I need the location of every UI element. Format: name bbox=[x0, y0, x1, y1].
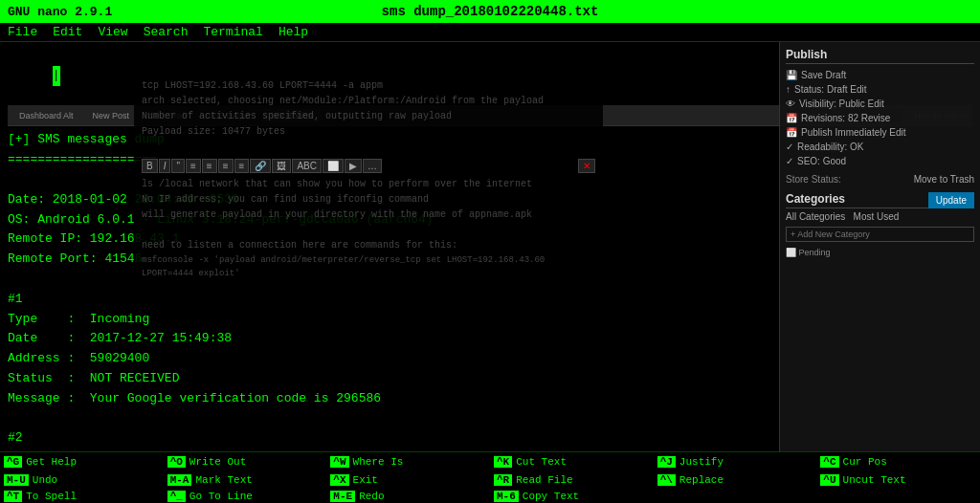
write-out-item[interactable]: ^O Write Out bbox=[164, 452, 327, 471]
align-left-button[interactable]: ≡ bbox=[186, 159, 201, 173]
get-help-label: Get Help bbox=[26, 456, 77, 468]
align-center-button[interactable]: ≡ bbox=[202, 159, 217, 173]
play-button[interactable]: ▶ bbox=[345, 159, 362, 173]
read-file-item[interactable]: ^R Read File bbox=[490, 471, 654, 491]
align-right-button[interactable]: ≡ bbox=[218, 159, 234, 173]
publish-icon: 📅 bbox=[786, 127, 797, 138]
cur-pos-key: ^C bbox=[820, 456, 838, 468]
redo-label: Redo bbox=[359, 491, 384, 502]
save-icon: 💾 bbox=[786, 70, 797, 80]
wp-toolbar: B I " ≡ ≡ ≡ ≡ 🔗 🖼 ABC ⬜ ▶ … ✕ bbox=[142, 159, 595, 173]
box-button[interactable]: ⬜ bbox=[323, 159, 344, 173]
menu-terminal[interactable]: Terminal bbox=[203, 25, 262, 39]
mark-text-label: Mark Text bbox=[195, 474, 252, 486]
redo-item[interactable]: M-E Redo bbox=[326, 490, 490, 503]
align-justify-button[interactable]: ≡ bbox=[234, 159, 250, 173]
menu-file[interactable]: File bbox=[8, 25, 37, 39]
publish-immediately-label: Publish Immediately Edit bbox=[801, 127, 906, 138]
replace-key: ^\ bbox=[657, 474, 676, 486]
get-help-key: ^G bbox=[4, 456, 22, 468]
background-overlay: tcp LHOST=192.168.43.60 LPORT=4444 -a ap… bbox=[134, 71, 603, 281]
menu-edit[interactable]: Edit bbox=[53, 25, 82, 39]
cut-text-item[interactable]: ^K Cut Text bbox=[490, 452, 654, 471]
italic-button[interactable]: I bbox=[159, 159, 171, 173]
menu-view[interactable]: View bbox=[98, 25, 127, 39]
cursor: | bbox=[53, 66, 60, 86]
visibility-icon: 👁 bbox=[786, 98, 795, 109]
copy-text-key: M-6 bbox=[494, 491, 519, 502]
justify-label: Justify bbox=[679, 456, 724, 468]
read-file-key: ^R bbox=[494, 474, 512, 486]
mark-text-key: M-A bbox=[167, 474, 192, 486]
link-button[interactable]: 🔗 bbox=[250, 159, 271, 173]
write-out-key: ^O bbox=[167, 456, 186, 468]
add-category-input[interactable] bbox=[786, 227, 974, 242]
title-bar: GNU nano 2.9.1 sms dump_20180102220448.t… bbox=[0, 0, 980, 23]
seo-label: SEO: Good bbox=[797, 156, 846, 166]
to-spell-item[interactable]: ^T To Spell bbox=[0, 490, 164, 503]
where-is-item[interactable]: ^W Where Is bbox=[326, 452, 490, 471]
seo-item[interactable]: ✓ SEO: Good bbox=[786, 154, 974, 168]
save-draft-label: Save Draft bbox=[801, 70, 846, 80]
readability-label: Readability: OK bbox=[797, 142, 863, 152]
uncut-text-label: Uncut Text bbox=[843, 474, 906, 486]
cut-text-key: ^K bbox=[494, 456, 512, 468]
image-button[interactable]: 🖼 bbox=[272, 159, 291, 173]
uncut-text-item[interactable]: ^U Uncut Text bbox=[816, 471, 980, 491]
revisions-icon: 📅 bbox=[786, 113, 797, 123]
seo-icon: ✓ bbox=[786, 156, 793, 166]
menu-search[interactable]: Search bbox=[144, 25, 189, 39]
where-is-key: ^W bbox=[330, 456, 348, 468]
undo-label: Undo bbox=[33, 474, 57, 486]
exit-item[interactable]: ^X Exit bbox=[326, 471, 490, 491]
where-is-label: Where Is bbox=[353, 456, 404, 468]
copy-text-label: Copy Text bbox=[523, 491, 579, 502]
replace-label: Replace bbox=[679, 474, 724, 486]
all-categories[interactable]: All Categories Most Used bbox=[786, 210, 974, 223]
store-status: Store Status: bbox=[786, 174, 841, 185]
cur-pos-item[interactable]: ^C Cur Pos bbox=[816, 452, 980, 471]
cur-pos-label: Cur Pos bbox=[843, 456, 887, 468]
get-help-item[interactable]: ^G Get Help bbox=[0, 452, 164, 471]
menu-bar: File Edit View Search Terminal Help bbox=[0, 23, 980, 42]
to-spell-label: To Spell bbox=[26, 491, 77, 502]
close-overlay-button[interactable]: ✕ bbox=[578, 159, 595, 173]
redo-key: M-E bbox=[330, 491, 355, 502]
more-button[interactable]: … bbox=[363, 159, 382, 173]
publish-immediately-item[interactable]: 📅 Publish Immediately Edit bbox=[786, 125, 974, 140]
main-area: | Dashboard Alt New Post New Draft SEO H… bbox=[0, 42, 980, 451]
move-to-trash[interactable]: Move to Trash bbox=[914, 174, 974, 185]
menu-help[interactable]: Help bbox=[278, 25, 308, 39]
go-to-line-key: ^_ bbox=[167, 491, 186, 502]
read-file-label: Read File bbox=[516, 474, 572, 486]
replace-item[interactable]: ^\ Replace bbox=[654, 471, 817, 491]
visibility-label: Visibility: Public Edit bbox=[799, 98, 884, 109]
uncut-text-key: ^U bbox=[820, 474, 838, 486]
nav-tab-dashboard[interactable]: Dashboard Alt bbox=[11, 109, 81, 122]
bold-button[interactable]: B bbox=[142, 159, 158, 173]
quote-button[interactable]: " bbox=[171, 159, 185, 173]
revisions-item[interactable]: 📅 Revisions: 82 Revise bbox=[786, 111, 974, 125]
undo-item[interactable]: M-U Undo bbox=[0, 471, 164, 491]
app-name: GNU nano 2.9.1 bbox=[8, 5, 112, 19]
to-spell-key: ^T bbox=[4, 491, 22, 502]
mark-text-item[interactable]: M-A Mark Text bbox=[164, 471, 327, 491]
readability-item[interactable]: ✓ Readability: OK bbox=[786, 140, 974, 154]
bottom-toolbar: ^G Get Help ^O Write Out ^W Where Is ^K … bbox=[0, 451, 980, 503]
save-draft-item[interactable]: 💾 Save Draft bbox=[786, 68, 974, 82]
abc-button[interactable]: ABC bbox=[292, 159, 322, 173]
status-icon: ↑ bbox=[786, 84, 791, 95]
nav-tab-newpost[interactable]: New Post bbox=[85, 109, 138, 122]
justify-key: ^J bbox=[657, 456, 676, 468]
go-to-line-item[interactable]: ^_ Go To Line bbox=[164, 490, 327, 503]
undo-key: M-U bbox=[4, 474, 29, 486]
write-out-label: Write Out bbox=[189, 456, 246, 468]
publish-title: Publish bbox=[786, 48, 974, 64]
visibility-item[interactable]: 👁 Visibility: Public Edit bbox=[786, 97, 974, 111]
update-button[interactable]: Update bbox=[928, 192, 974, 208]
justify-item[interactable]: ^J Justify bbox=[654, 452, 817, 471]
status-item[interactable]: ↑ Status: Draft Edit bbox=[786, 82, 974, 97]
exit-label: Exit bbox=[353, 474, 378, 486]
copy-text-item[interactable]: M-6 Copy Text bbox=[490, 490, 654, 503]
pending-section: ⬜ Pending bbox=[786, 248, 974, 257]
